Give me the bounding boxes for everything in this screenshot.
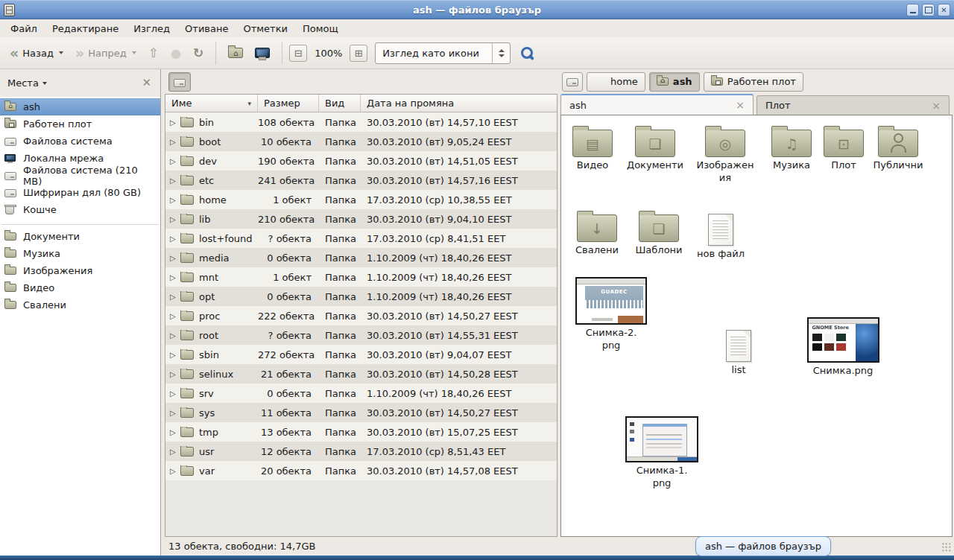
- sidebar-item[interactable]: Работен плот: [0, 115, 160, 133]
- sidebar-item[interactable]: Кошче: [0, 201, 160, 218]
- path-button[interactable]: ash: [649, 72, 700, 92]
- table-row[interactable]: ▷ dev 190 обекта Папка 30.03.2010 (вт) 1…: [165, 151, 557, 171]
- menu-item[interactable]: Изглед: [126, 21, 177, 36]
- table-row[interactable]: ▷ var 20 обекта Папка 30.03.2010 (вт) 14…: [165, 461, 557, 480]
- table-row[interactable]: ▷ boot 10 обекта Папка 30.03.2010 (вт) 9…: [165, 132, 557, 151]
- expander-icon[interactable]: ▷: [170, 331, 180, 340]
- expander-icon[interactable]: ▷: [170, 312, 180, 320]
- expander-icon[interactable]: ▷: [170, 409, 180, 417]
- icon-view-item[interactable]: ❏ Шаблони: [628, 209, 689, 257]
- icon-view-item[interactable]: ↓ Свалени: [567, 209, 627, 257]
- expander-icon[interactable]: ▷: [170, 370, 180, 378]
- table-row[interactable]: ▷ sbin 272 обекта Папка 30.03.2010 (вт) …: [165, 345, 557, 364]
- maximize-button[interactable]: [922, 4, 935, 16]
- icon-view-item[interactable]: Публични: [865, 124, 931, 172]
- zoom-in-button[interactable]: ⊞: [350, 45, 367, 62]
- expander-icon[interactable]: ▷: [170, 254, 180, 262]
- menu-item[interactable]: Редактиране: [45, 21, 126, 36]
- expander-icon[interactable]: ▷: [170, 428, 180, 436]
- expander-icon[interactable]: ▷: [170, 176, 180, 185]
- table-row[interactable]: ▷ lib 210 обекта Папка 30.03.2010 (вт) 9…: [165, 209, 557, 229]
- menu-item[interactable]: Файл: [3, 21, 45, 36]
- expander-icon[interactable]: ▷: [170, 467, 180, 475]
- table-row[interactable]: ▷ srv 0 обекта Папка 1.10.2009 (чт) 18,4…: [165, 384, 557, 403]
- icon-view-item[interactable]: GUADEC Снимка-2. png: [573, 277, 649, 352]
- table-row[interactable]: ▷ sys 11 обекта Папка 30.03.2010 (вт) 14…: [165, 403, 557, 422]
- expander-icon[interactable]: ▷: [170, 448, 180, 456]
- places-close-icon[interactable]: ✕: [139, 77, 154, 89]
- tab-close-icon[interactable]: ×: [733, 100, 747, 110]
- icon-view-item[interactable]: Снимка-1. png: [622, 416, 701, 490]
- table-row[interactable]: ▷ proc 222 обекта Папка 30.03.2010 (вт) …: [165, 306, 557, 325]
- table-row[interactable]: ▷ etc 241 обекта Папка 30.03.2010 (вт) 1…: [165, 171, 557, 190]
- stop-button[interactable]: ●: [165, 43, 186, 63]
- icon-view-item[interactable]: ♫ Музика: [762, 124, 821, 172]
- sidebar-item[interactable]: Изображения: [0, 262, 160, 279]
- icon-canvas[interactable]: ▤ Видео ❏ Документи ◎ Изображен ия ♫ Муз…: [560, 115, 953, 537]
- table-row[interactable]: ▷ home 1 обект Папка 17.03.2010 (ср) 10,…: [165, 190, 557, 209]
- icon-view-item[interactable]: GNOME Store Снимка.png: [801, 317, 885, 378]
- filesystem-root-button[interactable]: [168, 72, 191, 92]
- tab[interactable]: Плот ×: [756, 95, 950, 115]
- table-row[interactable]: ▷ mnt 1 обект Папка 1.10.2009 (чт) 18,40…: [165, 267, 557, 287]
- path-button[interactable]: [562, 72, 583, 92]
- up-button[interactable]: ⇧: [143, 42, 164, 63]
- column-header-date[interactable]: Дата на промяна: [361, 95, 557, 112]
- menu-item[interactable]: Отиване: [177, 21, 236, 36]
- expander-icon[interactable]: ▷: [170, 351, 180, 359]
- icon-view-item[interactable]: list: [713, 325, 764, 377]
- tab[interactable]: ash ×: [560, 94, 754, 115]
- path-button[interactable]: home: [587, 72, 645, 92]
- expander-icon[interactable]: ▷: [170, 138, 180, 146]
- table-row[interactable]: ▷ lost+found ? обекта Папка 17.03.2010 (…: [165, 229, 557, 248]
- path-button[interactable]: Работен плот: [704, 72, 803, 92]
- icon-view-item[interactable]: ❏ Документи: [622, 124, 688, 172]
- sidebar-item[interactable]: Документи: [0, 228, 160, 245]
- minimize-button[interactable]: [906, 4, 919, 16]
- table-row[interactable]: ▷ media 0 обекта Папка 1.10.2009 (чт) 18…: [165, 248, 557, 267]
- table-row[interactable]: ▷ opt 0 обекта Папка 1.10.2009 (чт) 18,4…: [165, 287, 557, 306]
- sidebar-item[interactable]: Свалени: [0, 296, 160, 314]
- view-mode-select[interactable]: Изглед като икони: [375, 42, 511, 64]
- computer-button[interactable]: [250, 45, 275, 61]
- expander-icon[interactable]: ▷: [170, 118, 180, 127]
- sidebar-item[interactable]: [1, 218, 159, 225]
- back-history-chevron-icon[interactable]: [59, 51, 63, 54]
- icon-view-item[interactable]: нов файл: [691, 209, 751, 261]
- sidebar-item[interactable]: Музика: [0, 245, 160, 262]
- expander-icon[interactable]: ▷: [170, 157, 180, 165]
- table-row[interactable]: ▷ bin 108 обекта Папка 30.03.2010 (вт) 1…: [165, 112, 557, 132]
- back-button[interactable]: « Назад: [4, 43, 69, 63]
- home-button[interactable]: ⌂: [223, 45, 248, 61]
- table-row[interactable]: ▷ selinux 21 обекта Папка 30.03.2010 (вт…: [165, 364, 557, 384]
- table-row[interactable]: ▷ root ? обекта Папка 30.03.2010 (вт) 14…: [165, 325, 557, 345]
- forward-button[interactable]: » Напред: [70, 43, 142, 63]
- table-row[interactable]: ▷ tmp 13 обекта Папка 30.03.2010 (вт) 15…: [165, 422, 557, 442]
- expander-icon[interactable]: ▷: [170, 293, 180, 301]
- reload-button[interactable]: ↻: [188, 42, 209, 63]
- view-mode-spinner-icon[interactable]: [492, 43, 510, 63]
- expander-icon[interactable]: ▷: [170, 389, 180, 398]
- search-icon[interactable]: [521, 47, 534, 60]
- icon-view-item[interactable]: ⊡ Плот: [821, 124, 867, 172]
- sidebar-item[interactable]: Видео: [0, 279, 160, 296]
- expander-icon[interactable]: ▷: [170, 235, 180, 243]
- expander-icon[interactable]: ▷: [170, 196, 180, 204]
- tab-close-icon[interactable]: ×: [929, 101, 943, 111]
- icon-view-item[interactable]: ◎ Изображен ия: [689, 124, 761, 185]
- expander-icon[interactable]: ▷: [170, 215, 180, 223]
- table-row[interactable]: ▷ usr 12 обекта Папка 17.03.2010 (ср) 8,…: [165, 442, 557, 461]
- icon-view-item[interactable]: ▤ Видео: [563, 124, 622, 172]
- column-header-size[interactable]: Размер: [258, 95, 319, 112]
- expander-icon[interactable]: ▷: [170, 273, 180, 281]
- sidebar-item[interactable]: Шифриран дял (80 GB): [0, 184, 160, 201]
- menu-item[interactable]: Отметки: [236, 21, 294, 36]
- places-title-dropdown[interactable]: Места: [7, 77, 47, 89]
- sidebar-item[interactable]: Файлова система: [0, 133, 160, 150]
- zoom-out-button[interactable]: ⊟: [289, 45, 307, 62]
- column-header-name[interactable]: Име▾: [165, 95, 258, 112]
- menu-item[interactable]: Помощ: [295, 21, 346, 36]
- column-header-type[interactable]: Вид: [319, 95, 361, 112]
- resize-grip[interactable]: [941, 542, 951, 552]
- close-button[interactable]: ✕: [938, 4, 950, 16]
